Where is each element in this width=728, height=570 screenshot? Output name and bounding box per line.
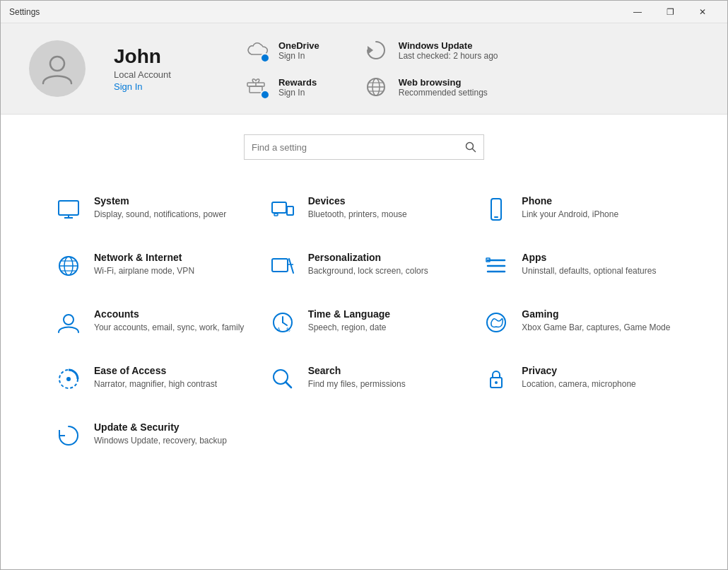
setting-desc-update: Windows Update, recovery, backup bbox=[94, 435, 227, 447]
maximize-button[interactable]: ❐ bbox=[654, 1, 686, 23]
setting-title-update: Update & Security bbox=[94, 421, 227, 433]
web-browsing-name: Web browsing bbox=[399, 77, 488, 88]
rewards-text: Rewards Sign In bbox=[278, 77, 317, 98]
accounts-icon bbox=[54, 308, 83, 337]
setting-desc-devices: Bluetooth, printers, mouse bbox=[308, 209, 407, 221]
setting-desc-network: Wi-Fi, airplane mode, VPN bbox=[94, 265, 194, 277]
title-bar: Settings — ❐ ✕ bbox=[1, 1, 727, 23]
setting-title-privacy: Privacy bbox=[522, 365, 635, 376]
onedrive-service[interactable]: OneDrive Sign In bbox=[242, 37, 319, 63]
search-area bbox=[1, 115, 727, 174]
devices-icon bbox=[269, 195, 297, 223]
profile-name: John bbox=[114, 45, 171, 68]
close-button[interactable]: ✕ bbox=[686, 1, 719, 23]
setting-system[interactable]: System Display, sound, notifications, po… bbox=[43, 181, 257, 238]
windows-update-service[interactable]: Windows Update Last checked: 2 hours ago bbox=[362, 37, 498, 63]
onedrive-name: OneDrive bbox=[278, 40, 319, 51]
svg-rect-12 bbox=[59, 201, 78, 215]
setting-apps[interactable]: Apps Uninstall, defaults, optional featu… bbox=[471, 238, 685, 294]
svg-text:A: A bbox=[277, 327, 281, 332]
setting-title-system: System bbox=[94, 195, 226, 207]
onedrive-text: OneDrive Sign In bbox=[278, 40, 319, 61]
setting-desc-system: Display, sound, notifications, power bbox=[94, 209, 226, 221]
setting-title-gaming: Gaming bbox=[522, 308, 670, 320]
privacy-icon bbox=[482, 365, 510, 393]
svg-point-45 bbox=[495, 381, 498, 384]
svg-rect-26 bbox=[272, 259, 288, 272]
svg-point-41 bbox=[66, 377, 71, 381]
setting-desc-search: Find my files, permissions bbox=[308, 378, 406, 390]
onedrive-status-dot bbox=[260, 53, 270, 63]
svg-rect-18 bbox=[274, 214, 278, 216]
setting-title-personalization: Personalization bbox=[308, 252, 428, 263]
svg-line-43 bbox=[286, 382, 291, 388]
setting-devices[interactable]: Devices Bluetooth, printers, mouse bbox=[257, 181, 471, 238]
search-icon bbox=[465, 141, 476, 153]
svg-rect-17 bbox=[287, 207, 293, 215]
rewards-service[interactable]: Rewards Sign In bbox=[242, 74, 319, 100]
rewards-sub: Sign In bbox=[278, 88, 317, 98]
service-col-1: OneDrive Sign In Rewards Sig bbox=[242, 37, 319, 100]
svg-line-36 bbox=[283, 322, 287, 325]
setting-accounts[interactable]: Accounts Your accounts, email, sync, wor… bbox=[43, 294, 257, 351]
web-browsing-service[interactable]: Web browsing Recommended settings bbox=[362, 74, 498, 100]
setting-ease[interactable]: Ease of Access Narrator, magnifier, high… bbox=[43, 351, 257, 407]
avatar-icon bbox=[40, 51, 75, 86]
setting-title-accounts: Accounts bbox=[94, 308, 244, 320]
setting-desc-ease: Narrator, magnifier, high contrast bbox=[94, 378, 217, 390]
svg-marker-4 bbox=[368, 46, 373, 54]
setting-title-search: Search bbox=[308, 365, 406, 376]
search-input[interactable] bbox=[252, 142, 465, 153]
update-security-icon bbox=[54, 421, 83, 450]
setting-desc-personalization: Background, lock screen, colors bbox=[308, 265, 428, 277]
setting-network[interactable]: Network & Internet Wi-Fi, airplane mode,… bbox=[43, 238, 257, 294]
setting-gaming[interactable]: Gaming Xbox Game Bar, captures, Game Mod… bbox=[471, 294, 685, 351]
search-settings-icon bbox=[269, 365, 297, 393]
web-browsing-sub: Recommended settings bbox=[399, 88, 488, 98]
svg-point-33 bbox=[64, 315, 74, 325]
profile-info: John Local Account Sign In bbox=[114, 45, 171, 92]
rewards-status-dot bbox=[260, 90, 270, 100]
setting-update[interactable]: Update & Security Windows Update, recove… bbox=[43, 407, 257, 464]
setting-title-phone: Phone bbox=[522, 195, 618, 207]
windows-update-sub: Last checked: 2 hours ago bbox=[399, 51, 498, 61]
svg-rect-16 bbox=[272, 202, 286, 213]
windows-update-text: Windows Update Last checked: 2 hours ago bbox=[399, 40, 498, 61]
search-box bbox=[244, 134, 484, 160]
time-icon: Aあ bbox=[269, 308, 297, 337]
minimize-button[interactable]: — bbox=[621, 1, 654, 23]
setting-title-network: Network & Internet bbox=[94, 252, 194, 263]
svg-point-0 bbox=[50, 57, 64, 71]
setting-title-apps: Apps bbox=[522, 252, 656, 263]
rewards-icon-wrap bbox=[242, 74, 270, 100]
setting-search[interactable]: Search Find my files, permissions bbox=[257, 351, 471, 407]
web-browsing-icon bbox=[363, 74, 389, 100]
app-title: Settings bbox=[9, 7, 40, 17]
svg-line-11 bbox=[473, 149, 476, 152]
setting-phone[interactable]: Phone Link your Android, iPhone bbox=[471, 181, 685, 238]
setting-time[interactable]: Aあ Time & Language Speech, region, date bbox=[257, 294, 471, 351]
window-controls: — ❐ ✕ bbox=[621, 1, 719, 23]
personalization-icon bbox=[269, 252, 297, 280]
setting-privacy[interactable]: Privacy Location, camera, microphone bbox=[471, 351, 685, 407]
setting-personalization[interactable]: Personalization Background, lock screen,… bbox=[257, 238, 471, 294]
windows-update-icon bbox=[363, 37, 389, 63]
ease-icon bbox=[54, 365, 83, 393]
web-browsing-text: Web browsing Recommended settings bbox=[399, 77, 488, 98]
web-browsing-icon-wrap bbox=[362, 74, 390, 100]
rewards-name: Rewards bbox=[278, 77, 317, 88]
setting-desc-accounts: Your accounts, email, sync, work, family bbox=[94, 322, 244, 334]
profile-header: John Local Account Sign In OneDrive Sign… bbox=[1, 23, 727, 115]
service-col-2: Windows Update Last checked: 2 hours ago bbox=[362, 37, 498, 100]
network-icon bbox=[54, 252, 83, 280]
setting-title-ease: Ease of Access bbox=[94, 365, 217, 376]
avatar bbox=[29, 40, 86, 97]
apps-icon bbox=[482, 252, 510, 280]
windows-update-icon-wrap bbox=[362, 37, 390, 63]
settings-grid: System Display, sound, notifications, po… bbox=[1, 174, 727, 464]
profile-signin-link[interactable]: Sign In bbox=[114, 81, 171, 92]
gaming-icon bbox=[482, 308, 510, 337]
windows-update-name: Windows Update bbox=[399, 40, 498, 51]
setting-desc-privacy: Location, camera, microphone bbox=[522, 378, 635, 390]
svg-text:あ: あ bbox=[286, 327, 290, 332]
